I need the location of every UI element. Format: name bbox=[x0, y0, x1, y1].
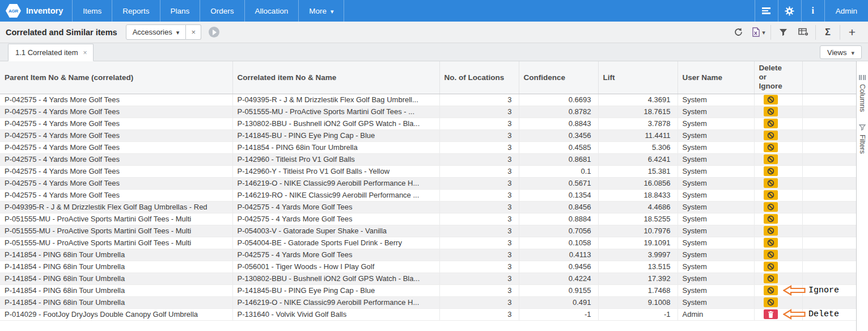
sum-button[interactable]: Σ bbox=[818, 24, 838, 41]
navbar-right: Admin bbox=[755, 0, 868, 22]
app-brand[interactable]: AGR Inventory bbox=[0, 0, 72, 22]
table-row[interactable]: P-014029 - FootJoy DryJoys Double Canopy… bbox=[0, 308, 856, 320]
table-row[interactable]: P-042575 - 4 Yards More Golf TeesP-04939… bbox=[0, 94, 856, 106]
info-icon-button[interactable] bbox=[801, 0, 824, 22]
table-row[interactable]: P-141854 - PING 68in Tour UmbrellaP-1462… bbox=[0, 296, 856, 308]
run-icon-button[interactable] bbox=[209, 27, 219, 37]
ban-icon bbox=[767, 179, 774, 187]
nav-item-items[interactable]: Items bbox=[72, 0, 112, 22]
table-cell: System bbox=[678, 106, 754, 118]
table-row[interactable]: P-042575 - 4 Yards More Golf TeesP-14621… bbox=[0, 177, 856, 189]
ignore-button[interactable] bbox=[764, 214, 778, 224]
table-row[interactable]: P-042575 - 4 Yards More Golf TeesP-14296… bbox=[0, 153, 856, 165]
table-row[interactable]: P-141854 - PING 68in Tour UmbrellaP-0560… bbox=[0, 261, 856, 273]
nav-item-more[interactable]: More bbox=[298, 0, 344, 22]
table-row[interactable]: P-042575 - 4 Yards More Golf TeesP-14621… bbox=[0, 189, 856, 201]
table-cell: 4.3691 bbox=[598, 94, 678, 106]
column-header-6[interactable]: User Name bbox=[678, 61, 754, 94]
table-cell: 6.4241 bbox=[598, 153, 678, 165]
table-settings-button[interactable] bbox=[793, 24, 814, 41]
ignore-button[interactable] bbox=[764, 119, 778, 128]
tab-correlated-item[interactable]: 1.1 Correlated item bbox=[8, 44, 94, 61]
ignore-button[interactable] bbox=[764, 274, 778, 283]
ignore-button[interactable] bbox=[764, 298, 778, 307]
table-cell: P-130802-BBU - Bushnell iON2 Golf GPS Wa… bbox=[232, 273, 439, 284]
table-row[interactable]: P-141854 - PING 68in Tour UmbrellaP-0425… bbox=[0, 249, 856, 261]
table-cell: P-141854 - PING 68in Tour Umbrella bbox=[0, 296, 232, 308]
filler-cell bbox=[802, 118, 856, 129]
table-cell: P-049395-R - J & M Drizzlestik Flex Golf… bbox=[232, 94, 439, 106]
table-cell: System bbox=[678, 129, 754, 141]
table-row[interactable]: P-042575 - 4 Yards More Golf TeesP-13080… bbox=[0, 118, 856, 129]
panel-label-filters: Filters bbox=[858, 135, 866, 154]
ignore-button[interactable] bbox=[764, 238, 778, 248]
ignore-button[interactable] bbox=[764, 190, 778, 200]
filter-button[interactable] bbox=[773, 24, 793, 41]
annotation-ignore: Ignore bbox=[783, 284, 839, 296]
table-row[interactable]: P-051555-MU - ProActive Sports Martini G… bbox=[0, 237, 856, 249]
ban-icon bbox=[767, 299, 774, 306]
filter-chip-dropdown[interactable]: Accessories bbox=[126, 24, 187, 40]
page-title: Correlated and Similar items bbox=[6, 28, 117, 37]
ignore-button[interactable] bbox=[764, 154, 778, 164]
table-row[interactable]: P-141854 - PING 68in Tour UmbrellaP-1308… bbox=[0, 273, 856, 284]
column-header-1[interactable]: Parent Item No & Name (correlated) bbox=[0, 61, 232, 94]
panel-tab-columns[interactable]: Columns bbox=[858, 75, 866, 112]
add-button[interactable]: + bbox=[842, 24, 862, 41]
nav-item-orders[interactable]: Orders bbox=[200, 0, 244, 22]
action-cell bbox=[754, 261, 802, 273]
column-header-3[interactable]: No. of Locations bbox=[439, 61, 519, 94]
ignore-button[interactable] bbox=[764, 226, 778, 236]
ignore-button[interactable] bbox=[764, 178, 778, 188]
column-header-2[interactable]: Correlated item No & Name bbox=[232, 61, 439, 94]
nav-item-plans[interactable]: Plans bbox=[160, 0, 200, 22]
refresh-button[interactable] bbox=[728, 24, 748, 41]
table-row[interactable]: P-042575 - 4 Yards More Golf TeesP-14185… bbox=[0, 141, 856, 153]
ignore-button[interactable] bbox=[764, 95, 778, 104]
ignore-button[interactable] bbox=[764, 107, 778, 116]
column-header-4[interactable]: Confidence bbox=[519, 61, 598, 94]
table-row[interactable]: P-042575 - 4 Yards More Golf TeesP-05155… bbox=[0, 106, 856, 118]
table-cell: P-141845-BU - PING Eye Ping Cap - Blue bbox=[232, 284, 439, 296]
admin-menu[interactable]: Admin bbox=[824, 0, 868, 22]
table-cell: System bbox=[678, 249, 754, 261]
ignore-button[interactable] bbox=[764, 250, 778, 259]
action-cell bbox=[754, 273, 802, 284]
sum-icon: Σ bbox=[825, 27, 831, 37]
nav-item-label: More bbox=[309, 7, 327, 15]
filler-cell bbox=[802, 94, 856, 106]
excel-export-button[interactable] bbox=[748, 24, 769, 41]
chevron-down-icon bbox=[176, 28, 180, 36]
ban-icon bbox=[767, 144, 774, 151]
table-row[interactable]: P-051555-MU - ProActive Sports Martini G… bbox=[0, 225, 856, 237]
action-cell bbox=[754, 213, 802, 225]
column-header-7[interactable]: Delete or Ignore bbox=[754, 61, 802, 94]
table-row[interactable]: P-051555-MU - ProActive Sports Martini G… bbox=[0, 213, 856, 225]
table-row[interactable]: P-141854 - PING 68in Tour UmbrellaP-1418… bbox=[0, 284, 856, 296]
table-cell: 0.4113 bbox=[519, 249, 598, 261]
menu-lines-icon-button[interactable] bbox=[755, 0, 778, 22]
table-row[interactable]: P-042575 - 4 Yards More Golf TeesP-14296… bbox=[0, 165, 856, 177]
ignore-button[interactable] bbox=[764, 202, 778, 212]
action-cell bbox=[754, 153, 802, 165]
nav-item-reports[interactable]: Reports bbox=[112, 0, 159, 22]
tab-label: 1.1 Correlated item bbox=[15, 48, 78, 57]
table-row[interactable]: P-049395-R - J & M Drizzlestik Flex Golf… bbox=[0, 201, 856, 213]
table-row[interactable]: P-042575 - 4 Yards More Golf TeesP-14184… bbox=[0, 129, 856, 141]
gear-icon-button[interactable] bbox=[778, 0, 801, 22]
ignore-button[interactable] bbox=[764, 131, 778, 140]
table-cell: 16.0856 bbox=[598, 177, 678, 189]
column-header-label: No. of Locations bbox=[444, 73, 505, 82]
ignore-button[interactable] bbox=[764, 143, 778, 152]
filter-chip-close-button[interactable]: × bbox=[186, 24, 201, 40]
ignore-button[interactable] bbox=[764, 286, 778, 295]
nav-item-allocation[interactable]: Allocation bbox=[244, 0, 299, 22]
tab-close-icon[interactable] bbox=[83, 49, 87, 57]
ignore-button[interactable] bbox=[764, 262, 778, 271]
panel-tab-filters[interactable]: Filters bbox=[858, 124, 866, 154]
column-header-5[interactable]: Lift bbox=[598, 61, 678, 94]
table-cell: 3 bbox=[439, 261, 519, 273]
delete-button[interactable] bbox=[764, 309, 778, 319]
views-button[interactable]: Views bbox=[820, 45, 862, 59]
ignore-button[interactable] bbox=[764, 166, 778, 176]
